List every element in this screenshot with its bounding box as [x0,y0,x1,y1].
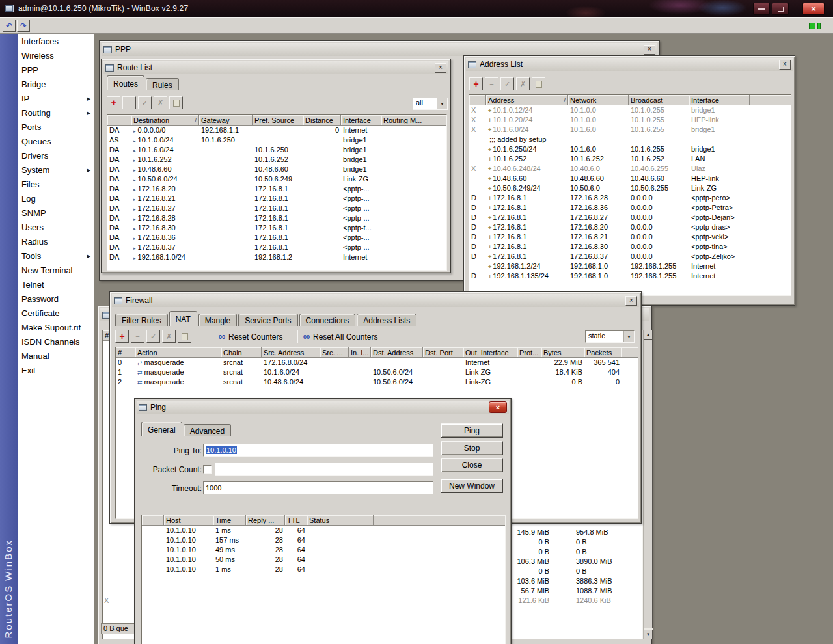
menu-item[interactable]: Certificate [18,306,94,320]
route-row[interactable]: DA ▸172.16.8.21 172.16.8.1 <pptp-... [107,194,446,204]
route-row[interactable]: DA ▸10.50.6.0/24 10.50.6.249 Link-ZG [107,174,446,184]
close-button[interactable]: × [435,63,446,73]
column-header-destination[interactable]: Destination/ [131,115,199,126]
column-header-routing-mark[interactable]: Routing M... [381,115,446,126]
route-row[interactable]: DA ▸192.168.1.0/24 192.168.1.2 Internet [107,252,446,262]
tab-general[interactable]: General [141,422,182,436]
ping-result-row[interactable]: 10.1.0.10 49 ms 28 64 [142,545,505,555]
column-header-src-address[interactable]: Src. Address [262,347,320,358]
column-header-packets[interactable]: Packets [584,347,621,358]
nat-rule-row[interactable]: 2 ⇄masquerade srcnat 10.48.6.0/24 10.50.… [116,377,638,387]
column-header-gateway[interactable]: Gateway [199,115,253,126]
column-header-status[interactable]: Status [307,515,374,526]
close-button[interactable]: × [779,60,791,70]
route-row[interactable]: DA ▸172.16.8.37 172.16.8.1 <pptp-... [107,243,446,252]
route-row[interactable]: DA ▸10.48.6.60 10.48.6.60 bridge1 [107,165,446,174]
stop-button[interactable]: Stop [441,441,503,455]
ppp-window-titlebar[interactable]: PPP × [102,43,657,56]
column-header-address[interactable]: Address/ [486,95,568,105]
address-row[interactable]: D +172.16.8.1 172.16.8.30 0.0.0.0 <pptp-… [469,242,791,252]
column-header-interface[interactable]: Interface [341,115,381,126]
comment-button[interactable] [169,96,183,109]
tab-rules[interactable]: Rules [146,78,179,90]
column-header-dst-port[interactable]: Dst. Port [423,347,463,358]
route-row[interactable]: DA ▸10.1.6.252 10.1.6.252 bridge1 [107,155,446,165]
column-header-pref-source[interactable]: Pref. Source [253,115,303,126]
address-row[interactable]: D +192.168.1.135/24 192.168.1.0 192.168.… [469,271,791,281]
close-window-button[interactable]: Close [441,458,503,472]
ping-result-row[interactable]: 10.1.0.10 1 ms 28 64 [142,565,505,574]
menu-item[interactable]: Log [18,191,94,206]
address-list-window[interactable]: Address List × + − ✓ ✗ Address/ Network … [463,55,795,306]
scroll-up-icon[interactable]: ▲ [644,330,653,340]
tab-mangle[interactable]: Mangle [198,314,237,326]
column-header-broadcast[interactable]: Broadcast [629,95,689,105]
menu-item[interactable]: Radius [18,234,94,248]
address-row[interactable]: +192.168.1.2/24 192.168.1.0 192.168.1.25… [469,262,791,271]
ping-button[interactable]: Ping [441,423,503,438]
ping-result-row[interactable]: 10.1.0.10 50 ms 28 64 [142,555,505,565]
comment-button[interactable] [178,330,191,343]
route-row[interactable]: DA ▸172.16.8.20 172.16.8.1 <pptp-... [107,184,446,194]
address-row[interactable]: +10.1.6.250/24 10.1.6.0 10.1.6.255 bridg… [469,144,791,154]
address-row[interactable]: +10.50.6.249/24 10.50.6.0 10.50.6.255 Li… [469,183,791,193]
tab-routes[interactable]: Routes [107,75,144,90]
reset-all-counters-button[interactable]: 00 Reset All Counters [297,330,383,343]
packet-count-checkbox[interactable] [203,465,212,474]
address-row[interactable]: D +172.16.8.1 172.16.8.37 0.0.0.0 <pptp-… [469,252,791,262]
enable-button[interactable]: ✓ [146,330,160,343]
column-header-ttl[interactable]: TTL [285,515,307,526]
ping-to-input[interactable]: 10.1.0.10 [203,444,433,457]
new-window-button[interactable]: New Window [441,479,503,493]
column-header-num[interactable]: # [116,347,135,358]
address-row[interactable]: D +172.16.8.1 172.16.8.36 0.0.0.0 <pptp-… [469,203,791,213]
column-header-distance[interactable]: Distance [303,115,341,126]
add-button[interactable]: + [469,77,483,90]
tab-address-lists[interactable]: Address Lists [357,314,416,326]
menu-item[interactable]: Interfaces [18,34,94,48]
address-row[interactable]: D +172.16.8.1 172.16.8.21 0.0.0.0 <pptp-… [469,232,791,242]
menu-item[interactable]: Queues [18,134,94,148]
route-row[interactable]: DA ▸172.16.8.36 172.16.8.1 <pptp-... [107,233,446,243]
route-row[interactable]: DA ▸0.0.0.0/0 192.168.1.1 0 Internet [107,126,446,135]
route-list-window[interactable]: Route List × Routes Rules + − ✓ ✗ all ▼ … [101,59,451,273]
remove-button[interactable]: − [485,77,498,90]
ping-result-row[interactable]: 10.1.0.10 157 ms 28 64 [142,535,505,545]
vertical-scrollbar[interactable]: ▲ ▼ [643,330,653,639]
ping-titlebar[interactable]: Ping × [137,401,509,414]
route-filter-dropdown[interactable]: all ▼ [413,98,448,110]
route-row[interactable]: DA ▸172.16.8.30 172.16.8.1 <pptp-t... [107,223,446,233]
reset-counters-button[interactable]: 00 Reset Counters [213,330,288,343]
column-header-action[interactable]: Action [135,347,221,358]
address-row[interactable]: +10.48.6.60 10.48.6.60 10.48.6.60 HEP-li… [469,174,791,183]
add-button[interactable]: + [115,330,129,343]
menu-item[interactable]: Users [18,220,94,234]
column-header-time[interactable]: Time [213,515,246,526]
scroll-down-icon[interactable]: ▼ [644,630,653,639]
remove-button[interactable]: − [131,330,144,343]
menu-item[interactable]: Password [18,291,94,306]
firewall-titlebar[interactable]: Firewall × [112,294,639,307]
firewall-filter-dropdown[interactable]: static ▼ [585,330,635,343]
route-row[interactable]: DA ▸10.1.6.0/24 10.1.6.250 bridge1 [107,145,446,155]
address-row[interactable]: ;;; added by setup [469,135,791,144]
timeout-input[interactable]: 1000 [203,481,433,494]
column-header-protocol[interactable]: Prot... [517,347,541,358]
scrollbar-thumb[interactable] [644,340,653,628]
address-row[interactable]: X +10.40.6.248/24 10.40.6.0 10.40.6.255 … [469,164,791,174]
column-header-bytes[interactable]: Bytes [541,347,584,358]
address-row[interactable]: X +10.1.0.20/24 10.1.0.0 10.1.0.255 HEP-… [469,115,791,125]
add-button[interactable]: + [107,96,120,109]
disable-button[interactable]: ✗ [154,96,167,109]
comment-button[interactable] [532,77,545,90]
column-header-flags[interactable] [469,95,486,105]
tab-nat[interactable]: NAT [169,311,197,326]
address-list-titlebar[interactable]: Address List × [466,58,793,71]
column-header-flags[interactable] [107,115,131,126]
menu-item[interactable]: PPP [18,62,94,77]
column-header-chain[interactable]: Chain [221,347,262,358]
column-header-src-port[interactable]: Src. ... [320,347,349,358]
ping-result-row[interactable]: 10.1.0.10 1 ms 28 64 [142,526,505,535]
remove-button[interactable]: − [122,96,136,109]
disable-button[interactable]: ✗ [516,77,530,90]
